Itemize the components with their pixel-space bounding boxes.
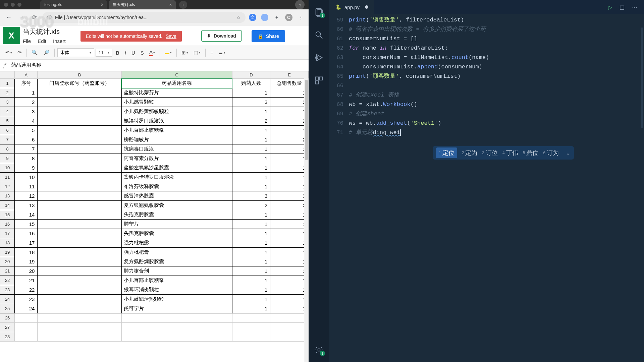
split-editor-button[interactable]: ◫	[620, 4, 625, 10]
more-actions-button[interactable]: ⋯	[632, 4, 637, 10]
row-header[interactable]: 25	[0, 304, 15, 313]
row-header[interactable]: 10	[0, 163, 15, 173]
font-family-select[interactable]: 宋体▾	[57, 48, 94, 57]
italic-button[interactable]: I	[123, 49, 128, 57]
table-row[interactable]: 65小儿百部止咳糖浆11	[0, 126, 309, 135]
table-row[interactable]: 1312感冒清热胶囊33	[0, 191, 309, 201]
row-header[interactable]: 22	[0, 276, 15, 285]
font-size-select[interactable]: 11▾	[96, 49, 112, 57]
menu-file[interactable]: File	[23, 38, 31, 44]
bold-button[interactable]: B	[114, 49, 121, 57]
ime-candidate[interactable]: 2定为	[462, 149, 478, 157]
row-header[interactable]: 2	[0, 88, 15, 98]
close-icon[interactable]: ×	[101, 2, 103, 7]
row-header[interactable]: 8	[0, 144, 15, 154]
zoom-in-button[interactable]: 🔎	[41, 48, 52, 57]
save-link[interactable]: Save	[166, 34, 176, 39]
table-row[interactable]: 2524炎可宁片11	[0, 304, 309, 313]
table-row[interactable]: 87抗病毒口服液11	[0, 144, 309, 154]
table-row[interactable]: 1716头孢克肟胶囊11	[0, 229, 309, 238]
redo-button[interactable]: ↷	[15, 48, 24, 57]
forward-button[interactable]: →	[17, 13, 26, 22]
fill-color-button[interactable]: ▾	[163, 50, 174, 56]
row-header[interactable]: 14	[0, 201, 15, 210]
table-row[interactable]: 2322猴耳环消炎颗粒11	[0, 285, 309, 295]
font-color-button[interactable]: A▾	[147, 48, 157, 58]
close-icon[interactable]: ×	[169, 2, 172, 7]
new-tab-button[interactable]: +	[179, 1, 187, 9]
ime-candidate[interactable]: 6订为	[543, 149, 559, 157]
row-header[interactable]: 5	[0, 116, 15, 126]
extensions-icon[interactable]: ✦	[273, 14, 280, 21]
col-header[interactable]: A	[15, 71, 38, 79]
strikethrough-button[interactable]: S	[139, 49, 146, 57]
row-header[interactable]: 3	[0, 98, 15, 107]
table-row[interactable]: 2221小儿百部止咳糖浆11	[0, 276, 309, 285]
row-header[interactable]: 1	[0, 79, 15, 88]
col-header[interactable]: E	[270, 71, 309, 79]
table-row[interactable]: 1211布洛芬缓释胶囊11	[0, 182, 309, 191]
table-row[interactable]: 27	[0, 323, 309, 332]
row-header[interactable]: 17	[0, 229, 15, 238]
translate-icon[interactable]: 文	[249, 14, 256, 21]
table-row[interactable]: 43小儿氨酚黄那敏颗粒11	[0, 107, 309, 116]
table-row[interactable]: 21盐酸特比萘芬片11	[0, 88, 309, 98]
wrap-button[interactable]: ≡	[208, 49, 215, 57]
table-row[interactable]: 2120肺力咳合剂11	[0, 266, 309, 276]
home-button[interactable]: ⌂	[295, 0, 305, 9]
menu-insert[interactable]: Insert	[53, 38, 66, 44]
bookmark-icon[interactable]: ☆	[236, 15, 241, 20]
table-row[interactable]: 109盐酸左氧氟沙星胶囊11	[0, 163, 309, 173]
col-header[interactable]: B	[38, 71, 121, 79]
kebab-menu-icon[interactable]: ⋮	[297, 14, 305, 21]
table-row[interactable]: 2019复方氨酚烷胺胶囊11	[0, 257, 309, 266]
row-header[interactable]: 24	[0, 295, 15, 304]
row-header[interactable]: 13	[0, 191, 15, 201]
spreadsheet-grid[interactable]: ABCDE1序号门店登录账号（药监账号）药品通用名称购药人数总销售数量21盐酸特…	[0, 71, 309, 362]
run-button[interactable]: ▷	[608, 4, 612, 10]
table-row[interactable]: 1817强力枇杷露11	[0, 238, 309, 248]
row-header[interactable]: 19	[0, 248, 15, 257]
extension-dot-icon[interactable]	[261, 14, 268, 21]
browser-tab-inactive[interactable]: testing.xls ×	[40, 0, 107, 9]
table-row[interactable]: 1918强力枇杷膏11	[0, 248, 309, 257]
browser-tab-active[interactable]: 当天统计.xls ×	[109, 0, 176, 9]
site-info-icon[interactable]: ⓘ	[47, 14, 52, 20]
row-header[interactable]: 7	[0, 135, 15, 144]
editor-tab-active[interactable]: 🐍 app.py	[329, 0, 374, 14]
row-header[interactable]: 11	[0, 173, 15, 182]
row-header[interactable]: 4	[0, 107, 15, 116]
row-header[interactable]: 23	[0, 285, 15, 295]
table-row[interactable]: 54氨溴特罗口服溶液22	[0, 116, 309, 126]
chevron-down-icon[interactable]: ⌄	[566, 149, 571, 157]
editor-scrollbar[interactable]	[640, 14, 643, 362]
reload-button[interactable]: ⟳	[30, 13, 39, 22]
undo-button[interactable]: ↶▾	[3, 48, 14, 57]
ime-candidate[interactable]: 1定位	[436, 147, 457, 158]
underline-button[interactable]: U	[129, 49, 137, 57]
table-row[interactable]: 32小儿感冒颗粒33	[0, 98, 309, 107]
code-editor[interactable]: 59606162636465666768697071 print('销售数量',…	[329, 14, 644, 362]
menu-edit[interactable]: Edit	[38, 38, 46, 44]
download-button[interactable]: ⬇ Download	[201, 30, 242, 42]
row-header[interactable]: 6	[0, 126, 15, 135]
table-row[interactable]: 1615肺宁片11	[0, 220, 309, 229]
ime-candidate[interactable]: 5鼎位	[523, 149, 539, 157]
table-row[interactable]: 1110盐酸丙卡特罗口服溶液11	[0, 173, 309, 182]
row-header[interactable]: 18	[0, 238, 15, 248]
table-row[interactable]: 28	[0, 332, 309, 342]
ime-candidate[interactable]: 3订位	[482, 149, 498, 157]
table-row[interactable]: 76柳酚咖敏片12	[0, 135, 309, 144]
row-header[interactable]: 12	[0, 182, 15, 191]
table-row[interactable]: 1514头孢克肟胶囊11	[0, 210, 309, 220]
row-header[interactable]: 16	[0, 220, 15, 229]
settings-icon[interactable]: 1	[314, 345, 324, 355]
zoom-out-button[interactable]: 🔍	[30, 48, 40, 57]
col-header[interactable]: C	[121, 71, 232, 79]
formula-input[interactable]	[10, 61, 305, 69]
borders-button[interactable]: ⊞▾	[179, 48, 190, 57]
row-header[interactable]: 21	[0, 266, 15, 276]
table-row[interactable]: 26	[0, 313, 309, 323]
back-button[interactable]: ←	[4, 13, 13, 22]
merge-button[interactable]: ⬚▾	[192, 48, 203, 57]
